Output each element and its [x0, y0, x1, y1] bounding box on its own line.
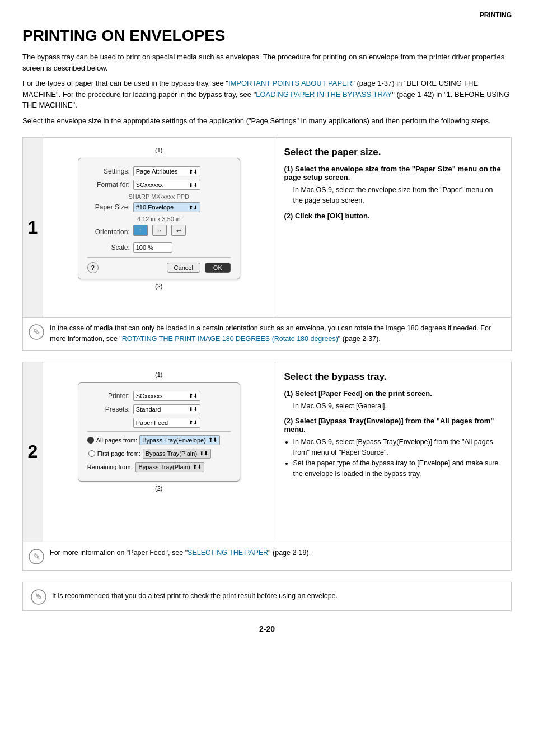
dialog1-settings-arrow: ⬆⬇ [189, 169, 198, 175]
dialog1-ok-btn[interactable]: OK [205, 263, 231, 273]
main-title: PRINTING ON ENVELOPES [22, 27, 512, 45]
dialog2-firstpage-row: First page from: Bypass Tray(Plain) ⬆⬇ [87, 449, 231, 459]
dialog1-paper-label: Paper Size: [87, 203, 133, 211]
note2-area: ✎ For more information on "Paper Feed", … [22, 542, 512, 571]
bottom-note-icon: ✎ [31, 589, 46, 605]
dialog1-format-row: Format for: SCxxxxxx ⬆⬇ [87, 180, 231, 190]
dialog2-first-value: Bypass Tray(Plain) [146, 450, 197, 457]
svg-text:✎: ✎ [33, 327, 40, 337]
page-footer: 2-20 [22, 624, 512, 633]
dialog2-presets-select[interactable]: Standard ⬆⬇ [133, 404, 200, 414]
dialog1-divider [87, 257, 231, 258]
dialog2-radio2[interactable] [88, 450, 95, 457]
dialog2-divider [87, 431, 231, 432]
note1-icon: ✎ [29, 324, 44, 340]
step2-number: 2 [23, 362, 43, 542]
page: PRINTING PRINTING ON ENVELOPES The bypas… [0, 0, 534, 756]
step2-heading: Select the bypass tray. [284, 371, 503, 382]
dialog2-allpages-arrow: ⬆⬇ [208, 437, 217, 443]
link-loading-paper[interactable]: LOADING PAPER IN THE BYPASS TRAY [256, 90, 392, 99]
dialog1-scale-value: 100 % [136, 244, 153, 251]
bullet1: In Mac OS 9, select [Bypass Tray(Envelop… [293, 437, 503, 458]
dialog2-feed-select[interactable]: Paper Feed ⬆⬇ [133, 418, 200, 428]
step2-bullets: In Mac OS 9, select [Bypass Tray(Envelop… [293, 437, 503, 479]
dialog2-feed-value: Paper Feed [136, 419, 168, 426]
dialog2-presets-row: Presets: Standard ⬆⬇ [87, 404, 231, 414]
step2-sub2: (2) Select [Bypass Tray(Envelope)] from … [284, 417, 503, 433]
dialog2-presets-value: Standard [136, 406, 161, 413]
dialog1-settings-select[interactable]: Page Attributes ⬆⬇ [133, 166, 200, 176]
dialog2-presets-arrow: ⬆⬇ [189, 406, 198, 412]
dialog2-printer-arrow: ⬆⬇ [189, 393, 198, 399]
step2-content: (1) Printer: SCxxxxxx ⬆⬇ Presets: [43, 362, 511, 542]
dialog1-action-btns: Cancel OK [167, 263, 231, 273]
bottom-note-text: It is recommended that you do a test pri… [52, 591, 338, 601]
bullet2: Set the paper type of the bypass tray to… [293, 458, 503, 479]
note1-area: ✎ In the case of media that can only be … [22, 318, 512, 351]
dialog1-help-btn[interactable]: ? [87, 262, 99, 273]
dialog2-allpages-row: All pages from: Bypass Tray(Envelope) ⬆⬇ [87, 435, 231, 445]
orient-portrait-btn[interactable]: ↑ [133, 225, 148, 236]
link-selecting-paper[interactable]: SELECTING THE PAPER [188, 549, 268, 557]
pencil-icon: ✎ [29, 324, 44, 340]
dialog1-format-value: SCxxxxxx [136, 181, 163, 188]
dialog1-paper-row: Paper Size: #10 Envelope ⬆⬇ [87, 202, 231, 212]
dialog2-printer-label: Printer: [87, 392, 133, 400]
step2-label-top: (1) [50, 371, 268, 378]
dialog1-format-label: Format for: [87, 181, 133, 189]
dialog2-feed-row: Paper Feed ⬆⬇ [87, 418, 231, 428]
step1-sub2: (2) Click the [OK] button. [284, 212, 503, 220]
dialog2-remain-label: Remaining from: [87, 464, 136, 470]
dialog1-paper-select[interactable]: #10 Envelope ⬆⬇ [133, 202, 200, 212]
dialog1-cancel-btn[interactable]: Cancel [167, 263, 200, 273]
dialog2-first-select[interactable]: Bypass Tray(Plain) ⬆⬇ [143, 449, 211, 459]
page-number: 2-20 [259, 624, 275, 633]
note1-text: In the case of media that can only be lo… [50, 323, 504, 344]
dialog1-settings-label: Settings: [87, 167, 133, 175]
dialog2-printer-select[interactable]: SCxxxxxx ⬆⬇ [133, 391, 200, 401]
step2-section: 2 (1) Printer: SCxxxxxx ⬆⬇ Pres [22, 362, 512, 542]
dialog2-remain-select[interactable]: Bypass Tray(Plain) ⬆⬇ [135, 462, 204, 472]
dialog2-remain-value: Bypass Tray(Plain) [138, 464, 190, 470]
note2-text: For more information on "Paper Feed", se… [50, 548, 311, 558]
link-rotate180[interactable]: ROTATING THE PRINT IMAGE 180 DEGREES (Ro… [122, 335, 338, 343]
dialog1-format-select[interactable]: SCxxxxxx ⬆⬇ [133, 180, 200, 190]
step1-label-bottom: (2) [50, 283, 268, 290]
step1-number: 1 [23, 138, 43, 317]
note2-icon: ✎ [29, 549, 44, 564]
dialog1-scale-input[interactable]: 100 % [133, 242, 172, 253]
dialog1-paper-value: #10 Envelope [136, 204, 174, 211]
dialog2-first-label: First page from: [97, 450, 140, 457]
svg-text:✎: ✎ [33, 552, 40, 561]
dialog1-settings-row: Settings: Page Attributes ⬆⬇ [87, 166, 231, 176]
step1-body1: In Mac OS 9, select the envelope size fr… [293, 185, 503, 206]
orient-flip-btn[interactable]: ↩ [171, 225, 186, 236]
dialog2-allpages-label: All pages from: [96, 437, 137, 444]
pencil3-icon: ✎ [31, 589, 46, 605]
step1-right: Select the paper size. (1) Select the en… [275, 138, 512, 317]
step2-body1: In Mac OS 9, select [General]. [293, 401, 503, 412]
svg-text:✎: ✎ [35, 592, 43, 601]
step1-content: (1) Settings: Page Attributes ⬆⬇ Format … [43, 138, 511, 317]
link-important-points[interactable]: IMPORTANT POINTS ABOUT PAPER [228, 79, 352, 87]
step1-left: (1) Settings: Page Attributes ⬆⬇ Format … [43, 138, 275, 317]
dialog2-presets-label: Presets: [87, 405, 133, 413]
dialog1-paper-arrow: ⬆⬇ [189, 204, 198, 211]
dialog1-settings-value: Page Attributes [136, 168, 178, 175]
intro-p3: Select the envelope size in the appropri… [22, 115, 512, 127]
dialog2-allpages-select[interactable]: Bypass Tray(Envelope) ⬆⬇ [139, 435, 220, 445]
dialog1-paper-dim: 4.12 in x 3.50 in [87, 216, 231, 222]
dialog2-radio1[interactable] [87, 437, 94, 444]
step1-section: 1 (1) Settings: Page Attributes ⬆⬇ [22, 137, 512, 318]
dialog1-orient-btns: ↑ ↔ ↩ [133, 225, 186, 236]
step2-right: Select the bypass tray. (1) Select [Pape… [275, 362, 512, 542]
dialog1-format-arrow: ⬆⬇ [189, 182, 198, 188]
dialog2-remain-arrow: ⬆⬇ [193, 464, 202, 470]
page-header: PRINTING [22, 11, 512, 21]
orient-landscape-btn[interactable]: ↔ [152, 225, 167, 236]
dialog1-scale-row: Scale: 100 % [87, 242, 231, 253]
intro-p2: For the types of paper that can be used … [22, 78, 512, 111]
dialog2-feed-arrow: ⬆⬇ [189, 419, 198, 426]
step2-left: (1) Printer: SCxxxxxx ⬆⬇ Presets: [43, 362, 275, 542]
dialog2-remain-row: Remaining from: Bypass Tray(Plain) ⬆⬇ [87, 462, 231, 472]
